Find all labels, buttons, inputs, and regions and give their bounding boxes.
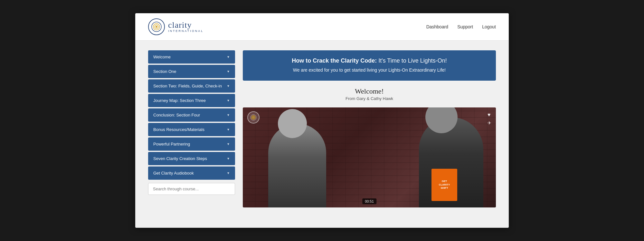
hero-title-bold: How to Crack the Clarity Code: [292,57,377,64]
logo-text: clarity INTERNATIONAL [168,21,204,33]
person-left [268,124,326,207]
course-sidebar: Welcome ▼ Section One ▼ Section Two: Fie… [148,50,235,218]
share-icon[interactable]: ✈ [488,120,491,126]
menu-btn-section-four[interactable]: Conclusion: Section Four ▼ [148,108,235,122]
chevron-down-icon: ▼ [227,171,230,175]
logo-circle [148,18,165,35]
book-prop: GET CLARITY SHIFT [431,169,457,201]
svg-point-9 [253,117,254,118]
video-timestamp: 00:51 [362,198,376,204]
chevron-down-icon: ▼ [227,55,230,59]
chevron-down-icon: ▼ [227,70,230,73]
spiral-small-icon [250,114,257,121]
video-logo-overlay [247,111,260,124]
menu-btn-audiobook[interactable]: Get Clarity Audiobook ▼ [148,166,235,180]
welcome-subtitle: From Gary & Cathy Hawk [243,96,496,101]
menu-btn-seven-steps[interactable]: Seven Clarity Creation Steps ▼ [148,152,235,165]
logo: clarity INTERNATIONAL [148,18,204,35]
welcome-section: Welcome! From Gary & Cathy Hawk [243,87,496,101]
logo-sub: INTERNATIONAL [168,29,204,33]
chevron-down-icon: ▼ [227,113,230,117]
video-action-icons: ♥ ✈ [488,112,491,126]
menu-btn-bonus[interactable]: Bonus Resources/Materials ▼ [148,123,235,136]
main-nav: Dashboard Support Logout [426,24,496,29]
main-content: Welcome ▼ Section One ▼ Section Two: Fie… [135,41,509,228]
content-area: How to Crack the Clarity Code: It's Time… [243,50,496,218]
menu-btn-welcome[interactable]: Welcome ▼ [148,50,235,64]
nav-logout[interactable]: Logout [482,24,496,29]
menu-btn-section-one[interactable]: Section One ▼ [148,65,235,78]
hero-banner: How to Crack the Clarity Code: It's Time… [243,50,496,81]
book-title: GET CLARITY SHIFT [439,180,450,190]
spiral-icon [151,21,162,33]
nav-dashboard[interactable]: Dashboard [426,24,449,29]
svg-point-5 [156,26,157,28]
menu-btn-section-two[interactable]: Section Two: Fields, Guide, Check-in ▼ [148,79,235,93]
search-input[interactable] [148,183,235,195]
logo-name: clarity [168,21,204,29]
chevron-down-icon: ▼ [227,157,230,160]
menu-btn-partnering[interactable]: Powerful Partnering ▼ [148,137,235,151]
video-background: GET CLARITY SHIFT [243,107,496,207]
nav-support[interactable]: Support [457,24,473,29]
site-header: clarity INTERNATIONAL Dashboard Support … [135,13,509,41]
hero-subtitle: We are excited for you to get started li… [252,67,487,74]
hero-title-normal: It's Time to Live Lights-On! [377,57,447,64]
video-container[interactable]: GET CLARITY SHIFT ♥ ✈ [243,107,496,207]
hero-title: How to Crack the Clarity Code: It's Time… [252,57,487,64]
chevron-down-icon: ▼ [227,128,230,131]
menu-btn-section-three[interactable]: Journey Map: Section Three ▼ [148,94,235,107]
heart-icon[interactable]: ♥ [488,112,491,118]
chevron-down-icon: ▼ [227,99,230,102]
chevron-down-icon: ▼ [227,84,230,88]
chevron-down-icon: ▼ [227,142,230,146]
welcome-title: Welcome! [243,87,496,95]
